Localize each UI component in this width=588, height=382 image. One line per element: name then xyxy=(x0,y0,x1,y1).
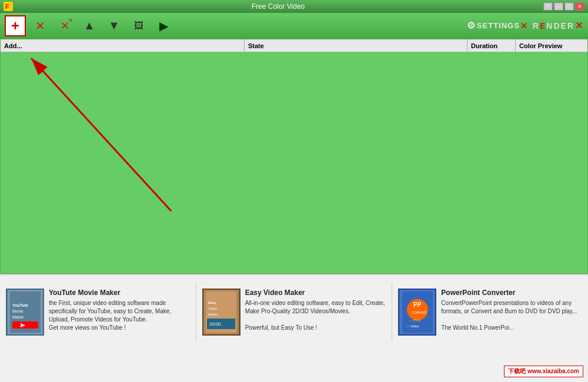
remove-all-icon: ✕✕ xyxy=(61,19,69,32)
preview-icon: 🖼 xyxy=(134,21,143,31)
toolbar: + ✕ ✕✕ ▲ ▼ 🖼 ▶ ⚙ Settings ✕ RENDER ✕ xyxy=(0,13,588,39)
help-button[interactable]: ? xyxy=(543,2,553,11)
file-list-header: Add... State Duration Color Preview xyxy=(1,39,587,52)
col-duration-header: Duration xyxy=(467,39,516,52)
ad-youtube-movie-maker[interactable]: YouTute Movie Maker YouTute Movie Maker … xyxy=(6,289,190,336)
ad-youtube-desc: the First, unique video editing software… xyxy=(49,299,190,332)
arrow-annotation xyxy=(1,52,587,273)
svg-rect-9 xyxy=(12,321,38,329)
ad-powerpoint-desc: ConvertPowerPoint presentations to video… xyxy=(441,299,582,332)
settings-label: Settings xyxy=(477,21,520,30)
ad-divider-2 xyxy=(392,283,392,341)
gear-icon: ⚙ xyxy=(467,20,476,31)
ad-powerpoint-converter[interactable]: PP Convert → DVD → Video PowerPoint Conv… xyxy=(398,289,582,336)
svg-text:Convert: Convert xyxy=(412,310,426,314)
svg-text:→ DVD: → DVD xyxy=(409,319,421,322)
remove-button[interactable]: ✕ xyxy=(29,15,51,36)
ad-easy-video-text: Easy Video Maker All-in-one video editin… xyxy=(245,289,386,332)
window-controls[interactable]: ? — □ ✕ xyxy=(543,2,584,11)
svg-text:PP: PP xyxy=(413,301,422,308)
svg-text:Maker: Maker xyxy=(208,313,218,316)
ad-section: YouTute Movie Maker YouTute Movie Maker … xyxy=(0,274,588,349)
toolbar-right: ⚙ Settings ✕ RENDER ✕ xyxy=(467,20,583,31)
preview-button[interactable]: 🖼 xyxy=(128,15,149,36)
file-list-body[interactable] xyxy=(1,52,587,273)
ad-youtube-image: YouTute Movie Maker xyxy=(6,289,44,336)
svg-text:2D/3D: 2D/3D xyxy=(209,322,221,326)
move-up-icon: ▲ xyxy=(83,19,95,32)
ad-powerpoint-title: PowerPoint Converter xyxy=(441,289,582,297)
play-button[interactable]: ▶ xyxy=(153,15,174,36)
ad-easy-video-maker[interactable]: Easy Video Maker 2D/3D Easy Video Maker … xyxy=(202,289,386,336)
add-button[interactable]: + xyxy=(5,15,26,36)
ad-divider-1 xyxy=(196,283,196,341)
ad-youtube-title: YouTute Movie Maker xyxy=(49,289,190,297)
maximize-button[interactable]: □ xyxy=(564,2,574,11)
move-up-button[interactable]: ▲ xyxy=(79,15,100,36)
render-x-icon: ✕ xyxy=(575,20,583,31)
ad-easy-video-desc: All-in-one video editing software, easy … xyxy=(245,299,386,332)
app-icon: F xyxy=(4,2,13,11)
settings-x-icon: ✕ xyxy=(520,21,528,31)
svg-text:Maker: Maker xyxy=(12,315,24,319)
settings-button[interactable]: ⚙ Settings ✕ xyxy=(467,20,528,31)
window-title: Free Color Video xyxy=(13,2,543,11)
col-color-preview-header: Color Preview xyxy=(516,39,587,52)
svg-text:→ Video: → Video xyxy=(406,324,420,328)
ad-powerpoint-text: PowerPoint Converter ConvertPowerPoint p… xyxy=(441,289,582,332)
remove-all-button[interactable]: ✕✕ xyxy=(54,15,75,36)
play-icon: ▶ xyxy=(159,19,168,33)
move-down-icon: ▼ xyxy=(108,19,120,32)
svg-text:F: F xyxy=(5,4,9,10)
col-filename-header: Add... xyxy=(1,39,245,52)
title-bar: F Free Color Video ? — □ ✕ xyxy=(0,0,588,13)
move-down-button[interactable]: ▼ xyxy=(103,15,125,36)
render-button[interactable]: RENDER ✕ xyxy=(533,20,583,31)
file-area: Add... State Duration Color Preview xyxy=(0,39,588,274)
ad-easy-video-image: Easy Video Maker 2D/3D xyxy=(202,289,240,336)
minimize-button[interactable]: — xyxy=(554,2,563,11)
svg-text:Movie: Movie xyxy=(12,309,24,313)
svg-text:YouTute: YouTute xyxy=(12,303,28,307)
watermark: 下载吧 www.xiazaiba.com xyxy=(504,366,583,377)
remove-icon: ✕ xyxy=(35,19,45,33)
close-button[interactable]: ✕ xyxy=(575,2,584,11)
svg-line-3 xyxy=(31,58,171,211)
ad-easy-video-title: Easy Video Maker xyxy=(245,289,386,297)
add-icon: + xyxy=(11,18,19,34)
col-state-header: State xyxy=(245,39,467,52)
ad-powerpoint-image: PP Convert → DVD → Video xyxy=(398,289,436,336)
svg-text:Easy: Easy xyxy=(208,301,217,304)
watermark-text: 下载吧 www.xiazaiba.com xyxy=(508,368,579,374)
ad-youtube-text: YouTute Movie Maker the First, unique vi… xyxy=(49,289,190,332)
render-label: RENDER xyxy=(533,21,574,31)
svg-text:Video: Video xyxy=(208,307,218,310)
